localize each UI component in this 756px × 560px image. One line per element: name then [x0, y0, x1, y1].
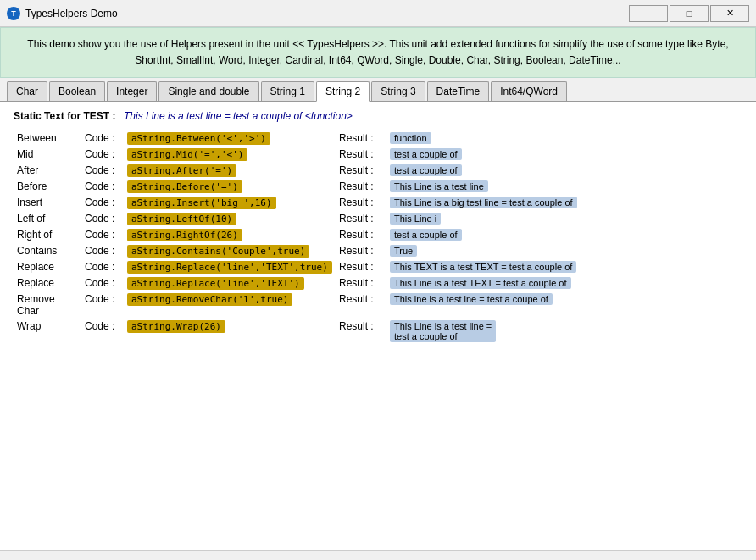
row-result-label: Result :	[336, 227, 386, 243]
static-text-label: Static Text for TEST :	[14, 110, 124, 122]
row-result: This TEXT is a test TEXT = test a couple…	[386, 259, 742, 275]
row-code: aString.Insert('big ',16)	[124, 195, 336, 211]
row-result: This Line is a test line = test a couple…	[386, 319, 742, 344]
row-result: test a couple of	[386, 163, 742, 179]
code-value: aString.Contains('Couple',true)	[127, 245, 309, 258]
tab-string-2[interactable]: String 2	[316, 81, 370, 102]
table-row: Left of Code : aString.LeftOf(10) Result…	[14, 211, 742, 227]
row-result: This ine is a test ine = test a coupe of	[386, 291, 742, 319]
row-result-label: Result :	[336, 195, 386, 211]
tabs-container: CharBooleanIntegerSingle and doubleStrin…	[0, 78, 756, 102]
row-name: Remove Char	[14, 291, 81, 319]
row-code-label: Code :	[81, 163, 124, 179]
row-result: test a couple of	[386, 227, 742, 243]
table-row: Replace Code : aString.Replace('line','T…	[14, 275, 742, 291]
info-banner: This demo show you the use of Helpers pr…	[0, 27, 756, 78]
content-area: Static Text for TEST : This Line is a te…	[0, 102, 756, 550]
result-value: test a couple of	[390, 148, 462, 160]
title-bar-left: T TypesHelpers Demo	[7, 7, 118, 20]
tab-boolean[interactable]: Boolean	[49, 81, 105, 101]
data-table: Between Code : aString.Between('<','>') …	[14, 130, 742, 344]
row-code: aString.Replace('line','TEXT')	[124, 275, 336, 291]
result-value: This Line is a test line	[390, 180, 488, 192]
tab-string-3[interactable]: String 3	[371, 81, 425, 101]
row-result-label: Result :	[336, 179, 386, 195]
row-code: aString.Mid('=','<')	[124, 147, 336, 163]
row-result-label: Result :	[336, 275, 386, 291]
row-result: This Line is a big test line = test a co…	[386, 195, 742, 211]
close-button[interactable]: ✕	[710, 5, 749, 22]
static-text-value: This Line is a test line = test a couple…	[124, 110, 353, 122]
code-value: aString.Before('=')	[127, 180, 242, 193]
table-row: Mid Code : aString.Mid('=','<') Result :…	[14, 147, 742, 163]
row-result-label: Result :	[336, 163, 386, 179]
code-value: aString.After('=')	[127, 164, 236, 177]
tab-single-and-double[interactable]: Single and double	[158, 81, 258, 101]
row-result: This Line is a test TEXT = test a couple…	[386, 275, 742, 291]
code-value: aString.LeftOf(10)	[127, 213, 236, 225]
row-code-label: Code :	[81, 259, 124, 275]
row-name: Replace	[14, 259, 81, 275]
tab-int64/qword[interactable]: Int64/QWord	[491, 81, 567, 101]
row-code: aString.After('=')	[124, 163, 336, 179]
title-bar: T TypesHelpers Demo ─ □ ✕	[0, 0, 756, 27]
minimize-button[interactable]: ─	[629, 5, 668, 22]
row-result-label: Result :	[336, 319, 386, 344]
result-value: test a couple of	[390, 164, 462, 176]
row-code-label: Code :	[81, 319, 124, 344]
row-code-label: Code :	[81, 243, 124, 259]
code-value: aString.RemoveChar('l',true)	[127, 293, 292, 306]
row-code: aString.Contains('Couple',true)	[124, 243, 336, 259]
banner-text: This demo show you the use of Helpers pr…	[27, 38, 728, 66]
code-value: aString.Between('<','>')	[127, 132, 270, 145]
code-value: aString.Wrap(26)	[127, 320, 225, 333]
tab-datetime[interactable]: DateTime	[427, 81, 490, 101]
table-row: Wrap Code : aString.Wrap(26) Result : Th…	[14, 319, 742, 344]
code-value: aString.Replace('line','TEXT')	[127, 277, 304, 290]
row-name: Left of	[14, 211, 81, 227]
table-row: Insert Code : aString.Insert('big ',16) …	[14, 195, 742, 211]
row-name: Mid	[14, 147, 81, 163]
row-code-label: Code :	[81, 227, 124, 243]
row-code: aString.RightOf(26)	[124, 227, 336, 243]
result-value: This Line is a test TEXT = test a couple…	[390, 277, 571, 289]
row-code-label: Code :	[81, 195, 124, 211]
row-code-label: Code :	[81, 291, 124, 319]
footer: Run String Tests 2	[0, 550, 756, 560]
tab-integer[interactable]: Integer	[107, 81, 157, 101]
table-row: Between Code : aString.Between('<','>') …	[14, 130, 742, 147]
row-result: This Line is a test line	[386, 179, 742, 195]
row-name: Wrap	[14, 319, 81, 344]
code-value: aString.Insert('big ',16)	[127, 197, 276, 209]
row-code: aString.Wrap(26)	[124, 319, 336, 344]
tab-string-1[interactable]: String 1	[261, 81, 314, 101]
row-result-label: Result :	[336, 243, 386, 259]
row-result-label: Result :	[336, 211, 386, 227]
row-name: Insert	[14, 195, 81, 211]
row-name: Right of	[14, 227, 81, 243]
row-code-label: Code :	[81, 211, 124, 227]
row-code: aString.LeftOf(10)	[124, 211, 336, 227]
row-code-label: Code :	[81, 147, 124, 163]
row-code-label: Code :	[81, 275, 124, 291]
row-name: Contains	[14, 243, 81, 259]
row-name: After	[14, 163, 81, 179]
window-controls: ─ □ ✕	[629, 5, 749, 22]
static-text-row: Static Text for TEST : This Line is a te…	[14, 110, 742, 122]
table-row: Contains Code : aString.Contains('Couple…	[14, 243, 742, 259]
row-result-label: Result :	[336, 291, 386, 319]
code-value: aString.RightOf(26)	[127, 229, 242, 241]
row-code: aString.RemoveChar('l',true)	[124, 291, 336, 319]
row-name: Replace	[14, 275, 81, 291]
result-value: True	[390, 245, 417, 257]
row-code: aString.Replace('line','TEXT',true)	[124, 259, 336, 275]
window-title: TypesHelpers Demo	[25, 8, 118, 19]
row-result: test a couple of	[386, 147, 742, 163]
result-value: This TEXT is a test TEXT = test a couple…	[390, 261, 576, 273]
row-result-label: Result :	[336, 259, 386, 275]
table-row: After Code : aString.After('=') Result :…	[14, 163, 742, 179]
result-value: This ine is a test ine = test a coupe of	[390, 293, 553, 305]
maximize-button[interactable]: □	[670, 5, 709, 22]
table-row: Right of Code : aString.RightOf(26) Resu…	[14, 227, 742, 243]
tab-char[interactable]: Char	[7, 81, 47, 101]
